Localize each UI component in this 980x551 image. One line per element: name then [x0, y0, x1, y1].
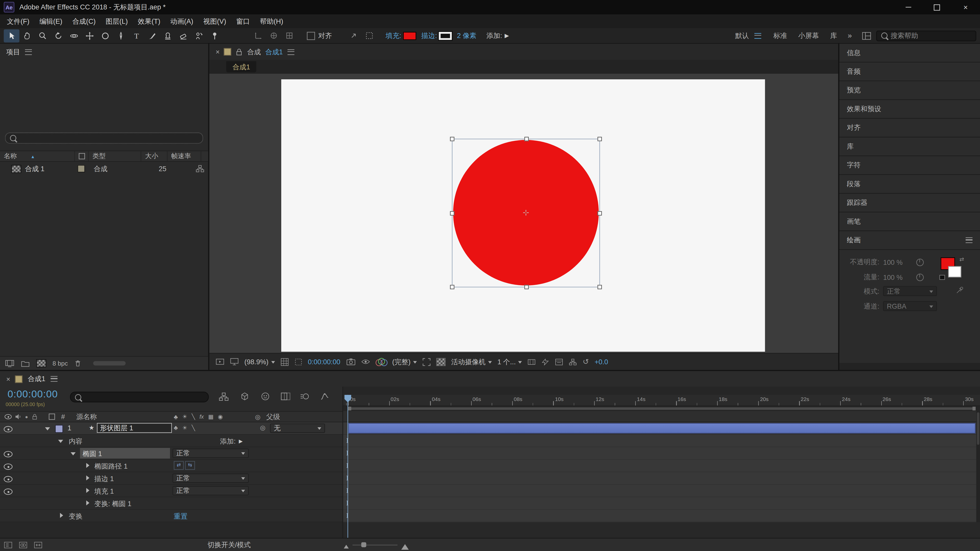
- project-col-fps[interactable]: 帧速率: [167, 151, 201, 161]
- snap-checkbox[interactable]: [307, 32, 315, 40]
- property-row-fill-1[interactable]: 填充 1 正常: [0, 485, 342, 497]
- composition-panel-menu-icon[interactable]: [287, 49, 294, 55]
- transform-twirl-icon[interactable]: [60, 513, 65, 518]
- layer-visibility-eye-icon[interactable]: [4, 426, 13, 432]
- zoom-out-mountain-icon[interactable]: [344, 542, 349, 548]
- playhead-line[interactable]: [348, 395, 348, 538]
- layer-label-swatch[interactable]: [55, 425, 63, 433]
- menu-view[interactable]: 视图(V): [198, 17, 231, 26]
- new-composition-icon[interactable]: [36, 359, 46, 367]
- draft-3d-icon[interactable]: [240, 392, 249, 401]
- paint-panel-menu-icon[interactable]: [966, 238, 973, 243]
- transform-ellipse-twirl-icon[interactable]: [86, 500, 92, 506]
- selection-handle[interactable]: [597, 137, 602, 141]
- fill-prop-label[interactable]: 填充 1: [94, 487, 114, 496]
- selection-handle[interactable]: [525, 137, 529, 141]
- swap-colors-icon[interactable]: ⇄: [959, 256, 964, 262]
- parent-pickwhip-icon[interactable]: ◎: [260, 424, 266, 431]
- interpret-footage-icon[interactable]: [5, 359, 14, 367]
- selection-handle[interactable]: [525, 285, 529, 289]
- snapshot-camera-icon[interactable]: [346, 358, 355, 365]
- index-column-header[interactable]: #: [61, 413, 65, 421]
- timeline-zoom-thumb[interactable]: [361, 542, 366, 548]
- motion-blur-icon[interactable]: [300, 392, 310, 401]
- project-col-size[interactable]: 大小: [141, 151, 167, 161]
- breadcrumb-comp-tab[interactable]: 合成1: [226, 61, 256, 73]
- pixel-aspect-icon[interactable]: [528, 358, 536, 365]
- project-search-input[interactable]: [5, 132, 203, 144]
- contents-label[interactable]: 内容: [68, 437, 83, 446]
- selection-handle[interactable]: [597, 211, 602, 216]
- add-play-icon[interactable]: ▶: [504, 32, 509, 38]
- workspace-menu-icon[interactable]: [755, 33, 762, 38]
- menu-edit[interactable]: 编辑(E): [35, 17, 67, 26]
- view-axis-mode-button[interactable]: [281, 29, 297, 42]
- selection-handle[interactable]: [450, 137, 454, 141]
- time-ruler[interactable]: 0s 02s 04s 06s 08s 10s 12s 14s 16s 18s 2…: [343, 395, 980, 406]
- region-of-interest-icon[interactable]: [422, 358, 431, 366]
- always-preview-icon[interactable]: [216, 358, 224, 365]
- property-row-transform-ellipse-1[interactable]: 变换: 椭圆 1: [0, 497, 342, 510]
- grid-guides-icon[interactable]: [280, 358, 288, 366]
- stroke-label[interactable]: 描边 1: [94, 474, 114, 484]
- help-search-input[interactable]: 搜索帮助: [876, 30, 976, 41]
- selection-handle[interactable]: [597, 285, 602, 289]
- expand-in-out-icon[interactable]: [34, 541, 42, 548]
- comp-mini-flowchart-icon[interactable]: [219, 392, 229, 401]
- panel-header-paragraph[interactable]: 段落: [839, 175, 980, 194]
- paint-panel-header[interactable]: 绘画: [839, 231, 980, 250]
- ellipse1-label[interactable]: 椭圆 1: [83, 449, 102, 459]
- selection-handle[interactable]: [450, 211, 454, 216]
- opacity-value[interactable]: 100 %: [883, 259, 902, 266]
- menu-animation[interactable]: 动画(A): [165, 17, 198, 26]
- project-col-name[interactable]: 名称 ▲: [0, 151, 75, 161]
- eraser-tool[interactable]: [176, 29, 191, 42]
- panel-header-align[interactable]: 对齐: [839, 119, 980, 137]
- frame-blend-switch-icon[interactable]: ▦: [208, 413, 213, 420]
- motion-blur-switch-icon[interactable]: ◉: [218, 413, 223, 420]
- puppet-pin-tool[interactable]: [207, 29, 223, 42]
- work-area-start-handle[interactable]: [348, 407, 351, 410]
- project-col-label[interactable]: [75, 151, 89, 161]
- project-col-type[interactable]: 类型: [89, 151, 142, 161]
- panel-header-audio[interactable]: 音频: [839, 62, 980, 81]
- timeline-tab-name[interactable]: 合成1: [28, 374, 45, 384]
- timeline-vscrollbar[interactable]: [976, 411, 980, 522]
- stroke-color-swatch[interactable]: [439, 32, 452, 40]
- local-axis-mode-button[interactable]: [250, 29, 266, 42]
- menu-layer[interactable]: 图层(L): [100, 17, 133, 26]
- lock-icon[interactable]: [236, 48, 243, 56]
- menu-help[interactable]: 帮助(H): [255, 17, 288, 26]
- selection-tool[interactable]: [4, 29, 19, 42]
- ellipse1-twirl-icon[interactable]: [71, 452, 76, 458]
- exposure-value[interactable]: +0.0: [595, 358, 608, 365]
- zoom-tool[interactable]: [35, 29, 51, 42]
- main-viewer-icon[interactable]: [230, 358, 239, 365]
- property-row-stroke-1[interactable]: 描边 1 正常: [0, 472, 342, 485]
- parent-dropdown[interactable]: 无: [270, 424, 325, 433]
- panel-header-preview[interactable]: 预览: [839, 81, 980, 100]
- zoom-in-mountain-icon[interactable]: [401, 540, 409, 550]
- maximize-button[interactable]: [923, 0, 951, 14]
- layer-duration-bar[interactable]: [348, 423, 976, 433]
- expand-layer-switches-icon[interactable]: [4, 541, 13, 548]
- stroke-mode-dropdown[interactable]: 正常: [172, 473, 249, 483]
- new-folder-icon[interactable]: [21, 359, 30, 367]
- panel-header-character[interactable]: 字符: [839, 156, 980, 175]
- workspace-tab-small-screen[interactable]: 小屏幕: [793, 31, 824, 40]
- parent-column-header[interactable]: 父级: [266, 412, 280, 421]
- comp-flowchart-icon[interactable]: [569, 358, 577, 365]
- layer-twirl-icon[interactable]: [45, 427, 50, 433]
- panel-header-tracker[interactable]: 跟踪器: [839, 194, 980, 212]
- layer-collapse-toggle[interactable]: ☀: [182, 424, 187, 430]
- menu-file[interactable]: 文件(F): [2, 17, 34, 26]
- contents-add-icon[interactable]: ▶: [239, 438, 243, 444]
- panel-header-brushes[interactable]: 画笔: [839, 213, 980, 231]
- fast-preview-icon[interactable]: [541, 358, 549, 365]
- timeline-button-icon[interactable]: [555, 358, 563, 365]
- shape-tool-ellipse[interactable]: [97, 29, 113, 42]
- composition-tab-name[interactable]: 合成1: [265, 47, 283, 57]
- background-color-swatch[interactable]: [948, 266, 961, 277]
- rotate-tool[interactable]: [51, 29, 66, 42]
- resolution-dropdown[interactable]: (完整): [392, 357, 417, 367]
